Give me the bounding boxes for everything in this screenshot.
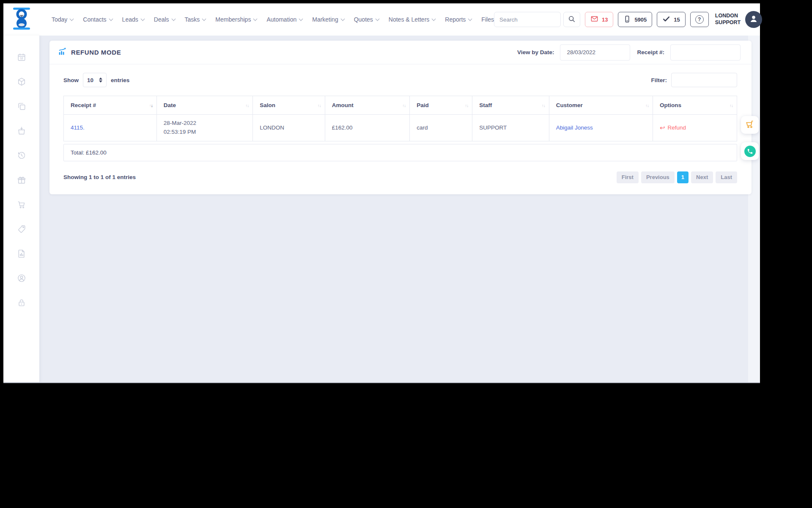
chevron-down-icon [253,17,258,21]
nav-label: Marketing [312,16,338,23]
chevron-down-icon [432,17,436,21]
filter-input[interactable] [671,73,737,87]
receipt-link[interactable]: 4115. [71,124,85,131]
nav-item-notes-letters[interactable]: Notes & Letters [389,16,436,23]
refund-mode-card: REFUND MODE View by Date: Receipt #: Sho… [49,41,752,194]
pagination-first[interactable]: First [617,171,639,183]
sidebar-item-reports[interactable] [17,249,26,258]
sidebar-item-calendar[interactable]: 12 [17,52,26,62]
pagination-last[interactable]: Last [716,171,737,183]
phone-count: 5905 [634,17,647,23]
total-bar: Total: £162.00 [63,144,737,161]
app-logo[interactable] [3,7,40,32]
page-length-select[interactable]: 10 [83,73,107,87]
pagination: First Previous 1 Next Last [617,171,737,183]
tasks-badge[interactable]: 15 [657,12,685,27]
help-button[interactable]: ? [690,12,709,27]
customer-link[interactable]: Abigail Joness [556,124,593,131]
sidebar-item-account[interactable] [17,273,26,283]
sidebar-item-history[interactable] [17,151,26,160]
receipt-filter-input[interactable] [670,44,741,61]
sort-icon: ↑↓ [730,103,733,108]
floating-buttons [741,116,759,160]
column-header-receipt[interactable]: Receipt #↑↓ [64,96,157,115]
chart-growth-icon [58,47,67,58]
table-header-row: Receipt #↑↓ Date↑↓ Salon↑↓ Amount↑↓ Paid… [64,96,737,115]
sidebar-item-copy[interactable] [17,102,26,111]
cell-receipt: 4115. [64,115,157,141]
chevron-down-icon [375,17,379,21]
view-by-date-label: View by Date: [517,49,554,55]
column-header-staff[interactable]: Staff↑↓ [472,96,549,115]
top-bar: Today Contacts Leads Deals Tasks Members… [3,3,760,36]
sidebar-item-shopping-bag[interactable] [17,126,26,135]
column-header-salon[interactable]: Salon↑↓ [253,96,325,115]
cart-orange-icon [745,119,755,131]
chevron-down-icon [70,17,74,21]
receipt-filter-label: Receipt #: [637,49,664,55]
sort-icon: ↑↓ [149,103,153,108]
chevron-down-icon [202,17,206,21]
showing-entries-text: Showing 1 to 1 of 1 entries [63,174,136,180]
nav-item-today[interactable]: Today [52,16,73,23]
phone-badge[interactable]: 5905 [618,12,652,27]
table-row: 4115. 28-Mar-2022 02:53:19 PM LONDON £16… [64,115,737,141]
nav-item-contacts[interactable]: Contacts [83,16,112,23]
search-input[interactable] [494,12,561,27]
avatar[interactable] [745,11,762,28]
whatsapp-icon [744,146,756,157]
messages-count: 13 [602,17,608,23]
nav-item-reports[interactable]: Reports [445,16,472,23]
chevron-down-icon [468,17,472,21]
checkmark-icon [662,15,670,24]
nav-item-memberships[interactable]: Memberships [215,16,257,23]
column-header-paid[interactable]: Paid↑↓ [410,96,472,115]
pagination-page-1[interactable]: 1 [677,171,689,183]
sort-icon: ↑↓ [318,103,321,108]
nav-item-marketing[interactable]: Marketing [312,16,344,23]
refund-button[interactable]: ↩ Refund [660,124,686,131]
column-header-amount[interactable]: Amount↑↓ [325,96,410,115]
nav-label: Tasks [185,16,200,23]
nav-item-files[interactable]: Files [481,16,494,23]
show-label: Show [63,77,79,83]
card-header: REFUND MODE View by Date: Receipt #: [49,41,752,64]
pagination-previous[interactable]: Previous [641,171,675,183]
nav-label: Notes & Letters [389,16,430,23]
sort-icon: ↑↓ [465,103,468,108]
cell-amount: £162.00 [325,115,410,141]
column-header-date[interactable]: Date↑↓ [156,96,253,115]
nav-item-deals[interactable]: Deals [154,16,175,23]
sidebar-item-gift[interactable] [17,175,26,185]
sidebar-item-package[interactable] [17,77,26,86]
cell-options: ↩ Refund [653,115,737,141]
whatsapp-button[interactable] [741,142,759,160]
sidebar-item-tags[interactable] [17,224,26,234]
nav-label: Deals [154,16,169,23]
cell-salon: LONDON [253,115,325,141]
refunds-table: Receipt #↑↓ Date↑↓ Salon↑↓ Amount↑↓ Paid… [63,96,737,141]
chevron-down-icon [171,17,176,21]
pos-cart-button[interactable] [741,116,759,134]
filter-label: Filter: [651,77,667,83]
chevron-down-icon [299,17,303,21]
pagination-next[interactable]: Next [691,171,713,183]
nav-label: Reports [445,16,466,23]
sidebar-item-lock[interactable] [17,298,26,307]
sort-icon: ↑↓ [542,103,545,108]
view-by-date-input[interactable] [560,44,630,61]
nav-item-automation[interactable]: Automation [266,16,302,23]
search-button[interactable] [563,12,580,27]
column-header-customer[interactable]: Customer↑↓ [549,96,653,115]
entries-label: entries [111,77,129,83]
messages-badge[interactable]: 13 [585,12,613,27]
column-header-options[interactable]: Options↑↓ [653,96,737,115]
nav-item-leads[interactable]: Leads [122,16,144,23]
top-bar-right: 13 5905 15 ? [494,11,762,28]
nav-item-tasks[interactable]: Tasks [185,16,206,23]
nav-item-quotes[interactable]: Quotes [354,16,379,23]
envelope-icon [590,15,598,24]
nav-label: Contacts [83,16,106,23]
tasks-count: 15 [674,17,680,23]
sidebar-item-cart[interactable] [17,200,26,209]
